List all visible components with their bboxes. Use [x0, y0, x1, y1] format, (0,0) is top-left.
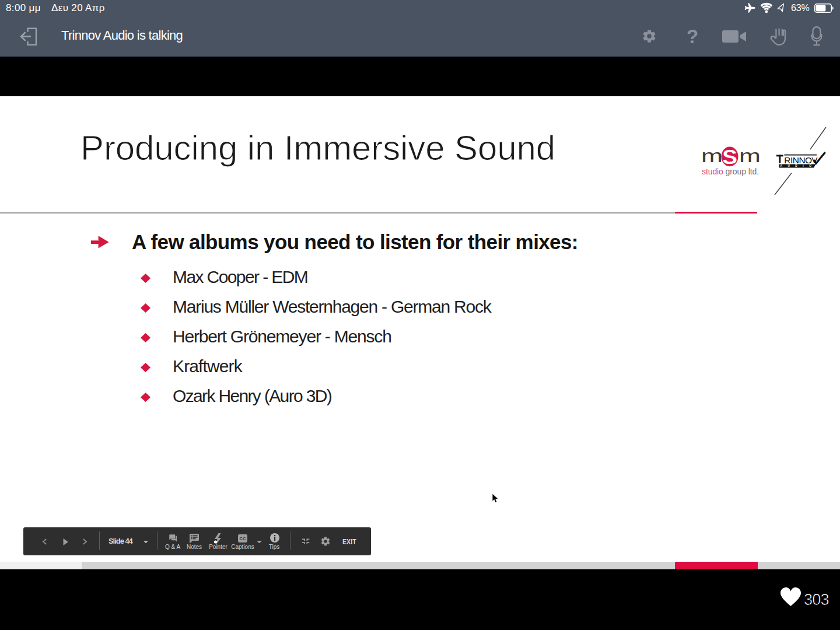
- svg-text:CC: CC: [240, 537, 246, 541]
- svg-text:RINNO: RINNO: [784, 155, 812, 165]
- svg-text:S: S: [722, 146, 737, 167]
